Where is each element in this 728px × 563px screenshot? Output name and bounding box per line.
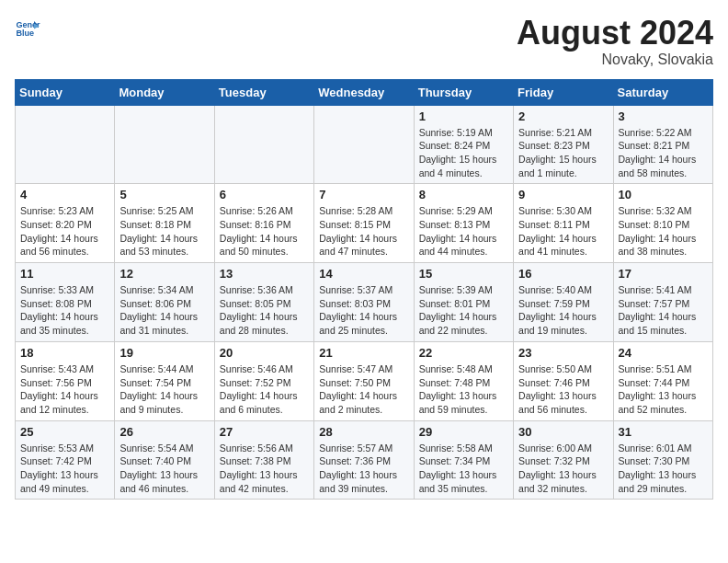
day-info: Sunrise: 5:51 AMSunset: 7:44 PMDaylight:… — [619, 362, 708, 417]
day-number: 6 — [220, 188, 309, 201]
weekday-header-friday: Friday — [514, 79, 613, 105]
day-number: 13 — [220, 267, 309, 281]
day-info: Sunrise: 6:01 AMSunset: 7:30 PMDaylight:… — [619, 442, 708, 496]
day-info: Sunrise: 5:47 AMSunset: 7:50 PMDaylight:… — [319, 362, 408, 417]
day-info: Sunrise: 5:34 AMSunset: 8:06 PMDaylight:… — [119, 283, 209, 338]
day-number: 18 — [20, 346, 109, 360]
day-number: 28 — [319, 425, 408, 439]
calendar-cell: 22Sunrise: 5:48 AMSunset: 7:48 PMDayligh… — [414, 341, 513, 420]
day-info: Sunrise: 5:58 AMSunset: 7:34 PMDaylight:… — [419, 442, 508, 496]
logo-icon: General Blue — [15, 15, 40, 40]
calendar-cell: 5Sunrise: 5:25 AMSunset: 8:18 PMDaylight… — [115, 184, 214, 263]
day-info: Sunrise: 5:54 AMSunset: 7:40 PMDaylight:… — [119, 442, 209, 496]
day-number: 25 — [20, 425, 109, 439]
weekday-header-row: SundayMondayTuesdayWednesdayThursdayFrid… — [16, 79, 713, 105]
day-number: 16 — [518, 267, 608, 281]
day-info: Sunrise: 5:48 AMSunset: 7:48 PMDaylight:… — [419, 362, 508, 417]
calendar-week-4: 18Sunrise: 5:43 AMSunset: 7:56 PMDayligh… — [16, 341, 713, 420]
day-number: 2 — [518, 109, 608, 123]
calendar-cell: 8Sunrise: 5:29 AMSunset: 8:13 PMDaylight… — [414, 184, 513, 263]
calendar-cell: 4Sunrise: 5:23 AMSunset: 8:20 PMDaylight… — [16, 184, 115, 263]
day-info: Sunrise: 5:43 AMSunset: 7:56 PMDaylight:… — [20, 362, 109, 417]
day-number: 4 — [20, 188, 109, 201]
day-number: 27 — [220, 425, 309, 439]
calendar-cell: 30Sunrise: 6:00 AMSunset: 7:32 PMDayligh… — [514, 420, 613, 500]
calendar-week-1: 1Sunrise: 5:19 AMSunset: 8:24 PMDaylight… — [16, 105, 713, 184]
month-year-title: August 2024 — [517, 15, 713, 52]
day-number: 3 — [619, 109, 708, 123]
weekday-header-wednesday: Wednesday — [314, 79, 414, 105]
day-number: 7 — [319, 188, 408, 201]
calendar-cell — [16, 105, 115, 184]
day-info: Sunrise: 6:00 AMSunset: 7:32 PMDaylight:… — [518, 442, 608, 496]
calendar-cell: 9Sunrise: 5:30 AMSunset: 8:11 PMDaylight… — [514, 184, 613, 263]
day-info: Sunrise: 5:25 AMSunset: 8:18 PMDaylight:… — [119, 204, 209, 259]
weekday-header-tuesday: Tuesday — [214, 79, 313, 105]
calendar-cell: 19Sunrise: 5:44 AMSunset: 7:54 PMDayligh… — [115, 341, 214, 420]
day-number: 9 — [518, 188, 608, 201]
day-number: 15 — [419, 267, 508, 281]
calendar-cell — [314, 105, 414, 184]
calendar-week-2: 4Sunrise: 5:23 AMSunset: 8:20 PMDaylight… — [16, 184, 713, 263]
day-number: 20 — [220, 346, 309, 360]
day-info: Sunrise: 5:29 AMSunset: 8:13 PMDaylight:… — [419, 204, 508, 259]
day-info: Sunrise: 5:46 AMSunset: 7:52 PMDaylight:… — [220, 362, 309, 417]
day-info: Sunrise: 5:37 AMSunset: 8:03 PMDaylight:… — [319, 283, 408, 338]
day-info: Sunrise: 5:56 AMSunset: 7:38 PMDaylight:… — [220, 442, 309, 496]
calendar-cell: 29Sunrise: 5:58 AMSunset: 7:34 PMDayligh… — [414, 420, 513, 500]
day-info: Sunrise: 5:30 AMSunset: 8:11 PMDaylight:… — [518, 204, 608, 259]
day-info: Sunrise: 5:19 AMSunset: 8:24 PMDaylight:… — [419, 126, 508, 180]
location-subtitle: Novaky, Slovakia — [517, 52, 713, 68]
svg-text:Blue: Blue — [16, 29, 34, 38]
day-number: 26 — [119, 425, 209, 439]
calendar-cell: 14Sunrise: 5:37 AMSunset: 8:03 PMDayligh… — [314, 263, 414, 342]
calendar-cell: 6Sunrise: 5:26 AMSunset: 8:16 PMDaylight… — [214, 184, 313, 263]
day-info: Sunrise: 5:26 AMSunset: 8:16 PMDaylight:… — [220, 204, 309, 259]
day-number: 5 — [119, 188, 209, 201]
day-number: 30 — [518, 425, 608, 439]
calendar-cell: 28Sunrise: 5:57 AMSunset: 7:36 PMDayligh… — [314, 420, 414, 500]
day-info: Sunrise: 5:57 AMSunset: 7:36 PMDaylight:… — [319, 442, 408, 496]
day-number: 22 — [419, 346, 508, 360]
day-info: Sunrise: 5:41 AMSunset: 7:57 PMDaylight:… — [619, 283, 708, 338]
calendar-week-5: 25Sunrise: 5:53 AMSunset: 7:42 PMDayligh… — [16, 420, 713, 500]
day-info: Sunrise: 5:53 AMSunset: 7:42 PMDaylight:… — [20, 442, 109, 496]
day-number: 19 — [119, 346, 209, 360]
calendar-table: SundayMondayTuesdayWednesdayThursdayFrid… — [15, 79, 713, 500]
title-block: August 2024 Novaky, Slovakia — [517, 15, 713, 68]
calendar-cell: 23Sunrise: 5:50 AMSunset: 7:46 PMDayligh… — [514, 341, 613, 420]
day-number: 17 — [619, 267, 708, 281]
calendar-cell: 12Sunrise: 5:34 AMSunset: 8:06 PMDayligh… — [115, 263, 214, 342]
page-header: General Blue August 2024 Novaky, Slovaki… — [15, 15, 713, 68]
calendar-cell: 21Sunrise: 5:47 AMSunset: 7:50 PMDayligh… — [314, 341, 414, 420]
calendar-cell: 31Sunrise: 6:01 AMSunset: 7:30 PMDayligh… — [613, 420, 712, 500]
day-number: 24 — [619, 346, 708, 360]
day-info: Sunrise: 5:21 AMSunset: 8:23 PMDaylight:… — [518, 126, 608, 180]
weekday-header-thursday: Thursday — [414, 79, 513, 105]
calendar-cell — [115, 105, 214, 184]
day-number: 1 — [419, 109, 508, 123]
calendar-cell: 25Sunrise: 5:53 AMSunset: 7:42 PMDayligh… — [16, 420, 115, 500]
day-number: 23 — [518, 346, 608, 360]
day-info: Sunrise: 5:23 AMSunset: 8:20 PMDaylight:… — [20, 204, 109, 259]
calendar-cell: 27Sunrise: 5:56 AMSunset: 7:38 PMDayligh… — [214, 420, 313, 500]
calendar-cell — [214, 105, 313, 184]
day-number: 31 — [619, 425, 708, 439]
day-number: 12 — [119, 267, 209, 281]
calendar-cell: 20Sunrise: 5:46 AMSunset: 7:52 PMDayligh… — [214, 341, 313, 420]
day-number: 21 — [319, 346, 408, 360]
day-number: 29 — [419, 425, 508, 439]
calendar-week-3: 11Sunrise: 5:33 AMSunset: 8:08 PMDayligh… — [16, 263, 713, 342]
day-info: Sunrise: 5:33 AMSunset: 8:08 PMDaylight:… — [20, 283, 109, 338]
day-number: 11 — [20, 267, 109, 281]
day-info: Sunrise: 5:28 AMSunset: 8:15 PMDaylight:… — [319, 204, 408, 259]
day-number: 10 — [619, 188, 708, 201]
calendar-cell: 16Sunrise: 5:40 AMSunset: 7:59 PMDayligh… — [514, 263, 613, 342]
calendar-cell: 3Sunrise: 5:22 AMSunset: 8:21 PMDaylight… — [613, 105, 712, 184]
day-info: Sunrise: 5:50 AMSunset: 7:46 PMDaylight:… — [518, 362, 608, 417]
calendar-cell: 1Sunrise: 5:19 AMSunset: 8:24 PMDaylight… — [414, 105, 513, 184]
calendar-cell: 24Sunrise: 5:51 AMSunset: 7:44 PMDayligh… — [613, 341, 712, 420]
calendar-cell: 18Sunrise: 5:43 AMSunset: 7:56 PMDayligh… — [16, 341, 115, 420]
day-info: Sunrise: 5:36 AMSunset: 8:05 PMDaylight:… — [220, 283, 309, 338]
logo: General Blue — [15, 15, 40, 40]
